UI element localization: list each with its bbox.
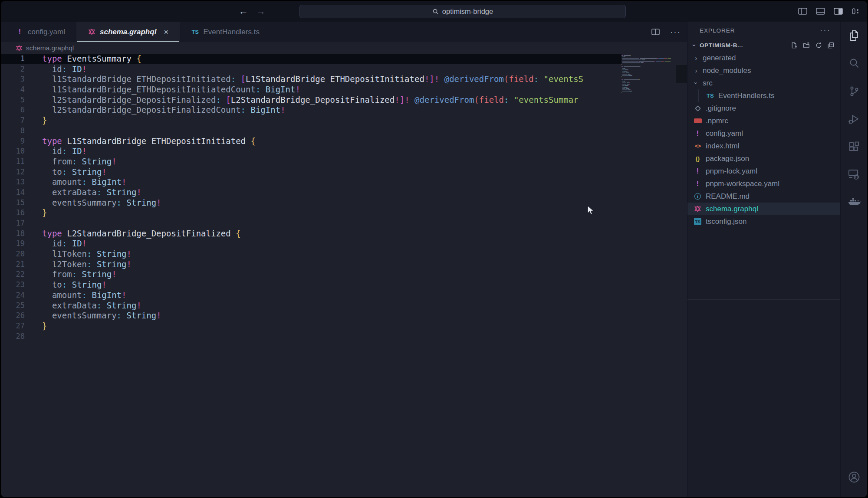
line-number: 14	[1, 187, 33, 198]
command-center-search[interactable]: optimism-bridge	[299, 5, 626, 18]
toggle-sidebar-left-icon[interactable]	[798, 8, 807, 15]
refresh-icon[interactable]	[815, 42, 822, 49]
code-line[interactable]: 11 from: String!	[1, 157, 621, 167]
code-line[interactable]: 4 l1StandardBridge_ETHDepositInitiatedCo…	[1, 85, 621, 95]
editor-actions-more-button[interactable]: ···	[670, 27, 681, 37]
nav-forward-button[interactable]: →	[256, 7, 266, 16]
code-line[interactable]: 15 eventsSummary: String!	[1, 198, 621, 208]
tree-item-pnpm-lock.yaml[interactable]: !pnpm-lock.yaml	[687, 165, 840, 177]
code-line[interactable]: 2 id: ID!	[1, 64, 621, 75]
chevron-down-icon: ›	[693, 81, 700, 86]
code-line[interactable]: 25 extraData: String!	[1, 301, 621, 311]
collapse-all-icon[interactable]	[828, 42, 834, 49]
explorer-view-icon[interactable]	[841, 22, 867, 49]
tree-item-label: EventHandlers.ts	[718, 92, 774, 100]
new-folder-icon[interactable]	[803, 42, 810, 49]
toggle-panel-icon[interactable]	[816, 8, 825, 15]
code-line[interactable]: 26 eventsSummary: String!	[1, 311, 621, 321]
code-line[interactable]: 9type L1StandardBridge_ETHDepositInitiat…	[1, 136, 621, 147]
code-line[interactable]: 19 id: ID!	[1, 239, 621, 249]
workspace-name: OPTIMISM-B...	[700, 42, 743, 49]
customize-layout-icon[interactable]	[852, 8, 859, 15]
explorer-section-header[interactable]: › OPTIMISM-B...	[687, 39, 840, 52]
editor-scrollbar[interactable]	[676, 54, 687, 497]
code-line[interactable]: 3 l1StandardBridge_ETHDepositInitiated: …	[1, 74, 621, 85]
code-line[interactable]: 16}	[1, 208, 621, 218]
code-line[interactable]: 18type L2StandardBridge_DepositFinalized…	[1, 229, 621, 239]
explorer-more-button[interactable]: ···	[820, 26, 831, 35]
tree-item-package.json[interactable]: {}package.json	[687, 152, 840, 165]
tree-item-EventHandlers.ts[interactable]: TSEventHandlers.ts	[687, 89, 840, 102]
search-icon	[432, 8, 439, 15]
minimap[interactable]	[621, 55, 676, 95]
tree-item-src[interactable]: ›src	[687, 77, 840, 89]
line-number: 21	[1, 259, 33, 270]
tree-item-label: schema.graphql	[706, 205, 758, 213]
code-line[interactable]: 23 to: String!	[1, 280, 621, 290]
tab-schema.graphql[interactable]: schema.graphql×	[76, 22, 180, 42]
tree-item-.gitignore[interactable]: .gitignore	[687, 102, 840, 115]
line-number: 7	[1, 115, 33, 126]
toggle-sidebar-right-icon[interactable]	[834, 8, 843, 15]
code-editor[interactable]: 1type EventsSummary {2 id: ID!3 l1Standa…	[1, 54, 687, 497]
line-number: 24	[1, 290, 33, 301]
line-number: 26	[1, 311, 33, 321]
activity-bar	[840, 22, 867, 497]
tree-item-pnpm-workspace.yaml[interactable]: !pnpm-workspace.yaml	[687, 177, 840, 190]
tree-item-label: src	[703, 79, 713, 88]
tree-item-label: .npmrc	[706, 117, 728, 125]
tab-EventHandlers.ts[interactable]: TSEventHandlers.ts	[180, 22, 270, 42]
code-line[interactable]: 22 from: String!	[1, 269, 621, 280]
line-number: 18	[1, 229, 33, 239]
tree-item-label: index.html	[706, 142, 739, 151]
code-line[interactable]: 8	[1, 126, 621, 136]
line-number: 11	[1, 157, 33, 167]
run-debug-icon[interactable]	[841, 105, 867, 133]
tree-item-label: pnpm-lock.yaml	[706, 167, 757, 176]
code-line[interactable]: 14 extraData: String!	[1, 187, 621, 198]
tree-item-index.html[interactable]: <>index.html	[687, 140, 840, 152]
remote-explorer-icon[interactable]	[841, 161, 867, 188]
code-line[interactable]: 6 l2StandardBridge_DepositFinalizedCount…	[1, 105, 621, 115]
tree-item-label: tsconfig.json	[706, 217, 747, 226]
tab-label: EventHandlers.ts	[203, 28, 259, 36]
docker-icon[interactable]	[841, 188, 867, 216]
tree-item-generated[interactable]: ›generated	[687, 52, 840, 64]
tree-item-node_modules[interactable]: ›node_modules	[687, 64, 840, 77]
line-number: 10	[1, 146, 33, 157]
line-number: 27	[1, 321, 33, 331]
search-view-icon[interactable]	[841, 49, 867, 77]
code-line[interactable]: 28	[1, 331, 621, 342]
extensions-icon[interactable]	[841, 133, 867, 161]
tree-item-.npmrc[interactable]: .npmrc	[687, 115, 840, 127]
nav-back-button[interactable]: ←	[239, 7, 248, 16]
code-line[interactable]: 10 id: ID!	[1, 146, 621, 157]
code-line[interactable]: 7}	[1, 115, 621, 126]
tree-item-tsconfig.json[interactable]: TStsconfig.json	[687, 215, 840, 228]
close-tab-icon[interactable]: ×	[164, 27, 168, 37]
line-number: 1	[1, 54, 33, 64]
line-number: 2	[1, 64, 33, 75]
code-line[interactable]: 12 to: String!	[1, 167, 621, 177]
line-number: 6	[1, 105, 33, 115]
code-line[interactable]: 5 l2StandardBridge_DepositFinalized: [L2…	[1, 95, 621, 105]
code-line[interactable]: 27}	[1, 321, 621, 331]
account-icon[interactable]	[841, 463, 867, 491]
minimap-slider[interactable]	[676, 65, 687, 83]
source-control-icon[interactable]	[841, 77, 867, 105]
line-number: 20	[1, 249, 33, 259]
code-line[interactable]: 1type EventsSummary {	[1, 54, 621, 64]
breadcrumb[interactable]: schema.graphql	[1, 42, 687, 54]
tree-item-schema.graphql[interactable]: schema.graphql	[687, 203, 840, 215]
code-line[interactable]: 21 l2Token: String!	[1, 259, 621, 270]
html-icon: <>	[694, 143, 702, 149]
tree-item-README.md[interactable]: iREADME.md	[687, 190, 840, 203]
code-line[interactable]: 24 amount: BigInt!	[1, 290, 621, 301]
code-line[interactable]: 20 l1Token: String!	[1, 249, 621, 259]
code-line[interactable]: 13 amount: BigInt!	[1, 177, 621, 187]
code-line[interactable]: 17	[1, 218, 621, 229]
new-file-icon[interactable]	[791, 42, 797, 49]
tab-config.yaml[interactable]: !config.yaml	[4, 22, 76, 42]
split-editor-icon[interactable]	[651, 29, 660, 35]
tree-item-config.yaml[interactable]: !config.yaml	[687, 127, 840, 140]
